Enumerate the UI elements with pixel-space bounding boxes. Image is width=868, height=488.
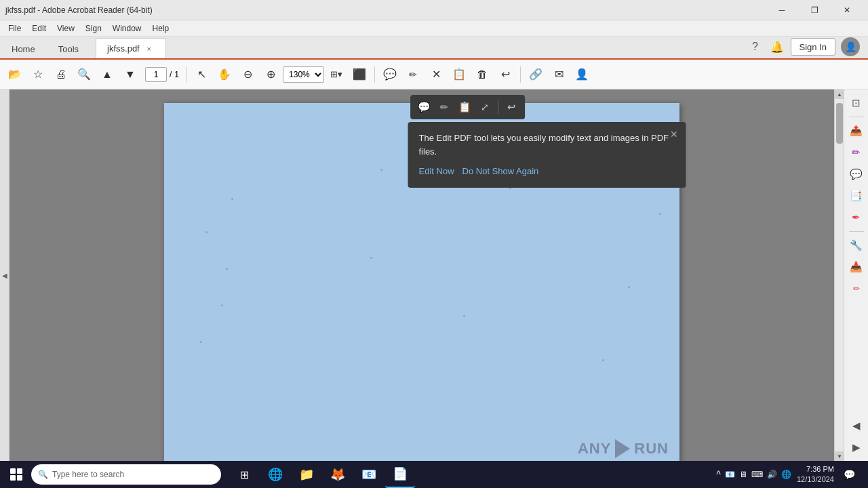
notification-bell-button[interactable]: 🔔	[769, 39, 785, 55]
rp-comment-button[interactable]: 💬	[847, 165, 866, 184]
zoom-in-button[interactable]: ⊕	[260, 64, 281, 85]
pdf-dot	[659, 213, 661, 215]
taskbar-acrobat[interactable]: 📄	[385, 461, 415, 488]
menu-help[interactable]: Help	[147, 22, 175, 35]
menu-view[interactable]: View	[52, 22, 80, 35]
page-separator: /	[170, 70, 172, 79]
start-button[interactable]	[4, 462, 28, 487]
link-button[interactable]: 🔗	[525, 64, 547, 85]
ft-stamp-button[interactable]: 📋	[455, 98, 474, 117]
tab-file[interactable]: jkfss.pdf ×	[96, 38, 166, 58]
left-panel-toggle[interactable]: ◀	[0, 89, 9, 461]
tray-chevron-icon[interactable]: ^	[716, 469, 721, 480]
ft-pencil-button[interactable]: ✏	[435, 98, 454, 117]
edit-now-link[interactable]: Edit Now	[419, 165, 454, 178]
zoom-select[interactable]: 50% 75% 100% 125% 130% 150% 200%	[283, 66, 324, 83]
annotation-button[interactable]: 💬	[379, 64, 401, 85]
undo-button[interactable]: ↩	[494, 64, 516, 85]
ft-export-button[interactable]: ↩	[502, 98, 521, 117]
ft-comment-button[interactable]: 💬	[414, 98, 433, 117]
taskbar-task-view[interactable]: ⊞	[229, 461, 259, 488]
markup-tool-button[interactable]: ✕	[425, 64, 447, 85]
tray-display-icon[interactable]: 🖥	[739, 470, 747, 479]
main-area: ◀ 💬 ✏ 📋 ⤢ ↩ ✕ The Edit PDF tool lets you…	[0, 89, 868, 461]
scroll-up-button[interactable]: ▲	[835, 89, 844, 99]
taskbar-firefox[interactable]: 🦊	[323, 461, 353, 488]
close-button[interactable]: ✕	[831, 0, 863, 20]
minimize-button[interactable]: ─	[766, 0, 797, 20]
menu-sign[interactable]: Sign	[80, 22, 107, 35]
user-avatar[interactable]: 👤	[841, 37, 860, 56]
page-total: 1	[174, 70, 179, 79]
pdf-dot	[231, 198, 233, 200]
taskbar-search-placeholder: Type here to search	[52, 470, 124, 479]
tab-bar-right: ? 🔔 Sign In 👤	[747, 35, 868, 58]
menu-edit[interactable]: Edit	[26, 22, 52, 35]
tooltip-text: The Edit PDF tool lets you easily modify…	[419, 131, 675, 158]
rp-collapse-button[interactable]: ◀	[847, 416, 866, 435]
edit-pdf-tooltip: ✕ The Edit PDF tool lets you easily modi…	[408, 122, 686, 188]
restore-button[interactable]: ❐	[799, 0, 830, 20]
pdf-dot	[226, 268, 228, 270]
rp-pencil2-button[interactable]: ✏	[847, 279, 866, 298]
tray-outlook-icon[interactable]: 📧	[725, 470, 735, 479]
open-button[interactable]: 📂	[4, 64, 26, 85]
account-button[interactable]: 👤	[571, 64, 593, 85]
pdf-dot	[628, 286, 630, 288]
stamp-tool-button[interactable]: 📋	[448, 64, 470, 85]
delete-button[interactable]: 🗑	[471, 64, 493, 85]
scroll-down-button[interactable]: ▼	[835, 451, 844, 461]
zoom-out-button[interactable]: ⊖	[237, 64, 258, 85]
presentation-button[interactable]: ⬛	[349, 64, 370, 85]
print-button[interactable]: 🖨	[50, 64, 72, 85]
rp-fill-sign-button[interactable]: ✒	[847, 208, 866, 227]
tab-close-button[interactable]: ×	[144, 43, 155, 54]
next-page-button[interactable]: ▼	[119, 64, 141, 85]
rp-edit-button[interactable]: ✏	[847, 143, 866, 162]
ft-move-button[interactable]: ⤢	[475, 98, 494, 117]
taskbar-search-box[interactable]: 🔍 Type here to search	[31, 464, 221, 485]
tray-network-icon[interactable]: 🌐	[781, 470, 791, 479]
rp-more-tools-button[interactable]: 🔧	[847, 236, 866, 255]
fit-button[interactable]: ⊞▾	[326, 64, 347, 85]
rp-zoom-button[interactable]: ⊡	[847, 94, 866, 113]
tray-clock[interactable]: 7:36 PM 12/13/2024	[797, 464, 834, 485]
menu-window[interactable]: Window	[107, 22, 147, 35]
tab-home[interactable]: Home	[0, 39, 47, 58]
floating-toolbar: 💬 ✏ 📋 ⤢ ↩	[410, 95, 525, 119]
page-navigation: 1 / 1	[145, 67, 179, 82]
rp-export-button[interactable]: 📤	[847, 121, 866, 140]
hand-tool-button[interactable]: ✋	[214, 64, 235, 85]
taskbar-outlook[interactable]: 📧	[354, 461, 384, 488]
edge-icon: 🌐	[268, 467, 283, 482]
taskbar-edge[interactable]: 🌐	[260, 461, 290, 488]
pencil-tool-button[interactable]: ✏	[402, 64, 424, 85]
help-button[interactable]: ?	[747, 39, 764, 55]
tooltip-close-button[interactable]: ✕	[667, 127, 681, 141]
find-button[interactable]: 🔍	[73, 64, 95, 85]
tray-volume-icon[interactable]: 🔊	[767, 470, 777, 479]
task-view-icon: ⊞	[240, 468, 249, 481]
prev-page-button[interactable]: ▲	[96, 64, 118, 85]
vertical-scrollbar[interactable]: ▲ ▼	[834, 89, 844, 461]
taskbar-explorer[interactable]: 📁	[292, 461, 321, 488]
pdf-dot	[221, 304, 223, 306]
select-tool-button[interactable]: ↖	[191, 64, 212, 85]
tray-keyboard-icon[interactable]: ⌨	[751, 470, 763, 479]
rp-export2-button[interactable]: 📥	[847, 258, 866, 277]
tray-icons: ^ 📧 🖥 ⌨ 🔊 🌐	[716, 469, 791, 480]
mail-button[interactable]: ✉	[548, 64, 570, 85]
page-number-input[interactable]: 1	[145, 67, 167, 82]
bookmark-button[interactable]: ☆	[27, 64, 49, 85]
menu-file[interactable]: File	[3, 22, 26, 35]
tray-date-text: 12/13/2024	[797, 474, 834, 485]
rp-organize-button[interactable]: 📑	[847, 186, 866, 205]
scroll-thumb[interactable]	[836, 103, 843, 144]
rp-expand-button[interactable]: ▶	[847, 438, 866, 457]
sign-in-button[interactable]: Sign In	[791, 38, 835, 56]
tab-tools[interactable]: Tools	[47, 39, 90, 58]
do-not-show-link[interactable]: Do Not Show Again	[462, 165, 539, 178]
taskbar-search-icon: 🔍	[38, 470, 48, 479]
notification-center-button[interactable]: 💬	[840, 465, 859, 484]
pdf-dot	[509, 187, 511, 189]
